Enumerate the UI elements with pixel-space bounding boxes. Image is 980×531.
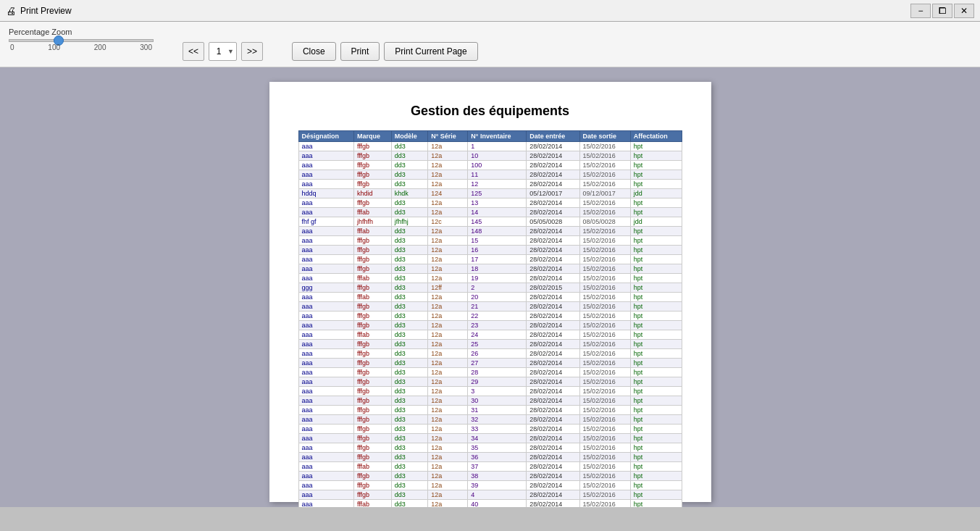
table-cell: 4 <box>468 490 527 500</box>
table-cell: dd3 <box>391 321 428 330</box>
table-cell: 28/02/2014 <box>527 274 579 283</box>
table-row: aaafffabdd312a3728/02/201415/02/2016hpt <box>298 462 682 472</box>
table-cell: 12 <box>468 180 527 189</box>
table-cell: dd3 <box>391 264 428 274</box>
table-cell: dd3 <box>391 302 428 312</box>
page-dropdown-arrow-icon[interactable]: ▼ <box>227 48 234 55</box>
table-row: aaafffgbdd312a2328/02/201415/02/2016hpt <box>298 321 682 330</box>
table-cell: fffgb <box>353 302 391 312</box>
table-cell: dd3 <box>391 170 428 180</box>
table-cell: ggg <box>298 283 353 293</box>
table-cell: 12a <box>428 415 468 425</box>
table-cell: 15/02/2016 <box>579 434 630 443</box>
table-cell: aaa <box>298 387 353 396</box>
close-button[interactable]: Close <box>292 42 336 61</box>
table-row: aaafffgbdd312a2628/02/201415/02/2016hpt <box>298 349 682 359</box>
table-cell: hpt <box>630 434 682 443</box>
table-cell: 12a <box>428 500 468 508</box>
table-cell: 15/02/2016 <box>579 208 630 217</box>
table-cell: 15/02/2016 <box>579 142 630 151</box>
table-cell: 28/02/2014 <box>527 330 579 340</box>
table-cell: 28/02/2014 <box>527 246 579 255</box>
table-row: aaafffgbdd312a1028/02/201415/02/2016hpt <box>298 151 682 161</box>
table-cell: hpt <box>630 481 682 490</box>
table-cell: 12a <box>428 340 468 349</box>
table-cell: hpt <box>630 462 682 472</box>
page-selector[interactable]: 1 ▼ <box>209 42 237 61</box>
table-cell: 28/02/2014 <box>527 340 579 349</box>
data-table: Désignation Marque Modèle N° Série N° In… <box>298 130 682 507</box>
prev-page-button[interactable]: << <box>183 42 204 61</box>
table-cell: 33 <box>468 425 527 434</box>
table-cell: aaa <box>298 151 353 161</box>
window-title: Print Preview <box>20 6 72 16</box>
table-cell: 15/02/2016 <box>579 293 630 302</box>
table-row: aaafffgbdd312a2128/02/201415/02/2016hpt <box>298 302 682 312</box>
table-cell: 15/02/2016 <box>579 481 630 490</box>
table-row: aaafffabdd312a1928/02/201415/02/2016hpt <box>298 274 682 283</box>
table-cell: 31 <box>468 406 527 415</box>
table-cell: dd3 <box>391 500 428 508</box>
table-cell: fffgb <box>353 255 391 264</box>
print-button[interactable]: Print <box>340 42 380 61</box>
table-cell: hpt <box>630 180 682 189</box>
table-cell: 15 <box>468 236 527 246</box>
table-cell: 28/02/2014 <box>527 170 579 180</box>
table-cell: 24 <box>468 330 527 340</box>
table-cell: dd3 <box>391 283 428 293</box>
col-date-entree: Date entrée <box>527 131 579 142</box>
table-cell: fffab <box>353 500 391 508</box>
table-cell: hpt <box>630 283 682 293</box>
table-cell: hpt <box>630 349 682 359</box>
document-title: Gestion des équipements <box>298 104 682 119</box>
minimize-button[interactable]: − <box>910 4 931 18</box>
table-cell: dd3 <box>391 415 428 425</box>
maximize-button[interactable]: ⧠ <box>932 4 952 18</box>
table-cell: hpt <box>630 246 682 255</box>
table-cell: fffab <box>353 274 391 283</box>
table-cell: hpt <box>630 500 682 508</box>
table-cell: dd3 <box>391 359 428 368</box>
next-page-button[interactable]: >> <box>241 42 263 61</box>
table-cell: 28/02/2014 <box>527 236 579 246</box>
table-cell: 12a <box>428 330 468 340</box>
zoom-slider[interactable] <box>9 39 154 42</box>
table-cell: aaa <box>298 198 353 208</box>
table-cell: 15/02/2016 <box>579 236 630 246</box>
table-row: aaafffgbdd312a128/02/201415/02/2016hpt <box>298 142 682 151</box>
table-cell: aaa <box>298 500 353 508</box>
table-cell: fffgb <box>353 434 391 443</box>
table-cell: 145 <box>468 217 527 227</box>
table-header: Désignation Marque Modèle N° Série N° In… <box>298 131 682 142</box>
table-cell: 12a <box>428 368 468 377</box>
table-cell: aaa <box>298 349 353 359</box>
table-cell: hddq <box>298 189 353 198</box>
table-cell: aaa <box>298 170 353 180</box>
table-cell: 15/02/2016 <box>579 387 630 396</box>
col-designation: Désignation <box>298 131 353 142</box>
table-row: gggfffgbdd312ff228/02/201515/02/2016hpt <box>298 283 682 293</box>
table-cell: 22 <box>468 312 527 321</box>
table-cell: 15/02/2016 <box>579 349 630 359</box>
table-cell: aaa <box>298 302 353 312</box>
table-cell: fffgb <box>353 359 391 368</box>
table-cell: dd3 <box>391 462 428 472</box>
table-cell: 125 <box>468 189 527 198</box>
table-cell: 28/02/2014 <box>527 255 579 264</box>
table-row: aaafffabdd312a1428/02/201415/02/2016hpt <box>298 208 682 217</box>
table-cell: 28/02/2014 <box>527 321 579 330</box>
print-current-page-button[interactable]: Print Current Page <box>384 42 477 61</box>
table-cell: dd3 <box>391 453 428 462</box>
table-cell: 28/02/2015 <box>527 283 579 293</box>
table-cell: 28/02/2014 <box>527 472 579 481</box>
close-window-button[interactable]: ✕ <box>954 4 974 18</box>
table-row: aaafffgbdd312a3028/02/201415/02/2016hpt <box>298 396 682 406</box>
table-cell: 15/02/2016 <box>579 425 630 434</box>
table-cell: hpt <box>630 198 682 208</box>
table-cell: hpt <box>630 170 682 180</box>
table-cell: 28/02/2014 <box>527 312 579 321</box>
table-cell: aaa <box>298 312 353 321</box>
main-content[interactable]: Gestion des équipements Désignation Marq… <box>0 67 980 507</box>
table-cell: 16 <box>468 246 527 255</box>
table-row: aaafffgbdd312a1328/02/201415/02/2016hpt <box>298 198 682 208</box>
